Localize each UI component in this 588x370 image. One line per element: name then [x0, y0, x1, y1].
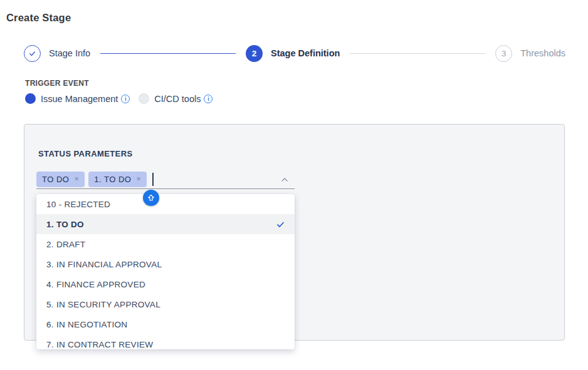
dropdown-option-label: 6. IN NEGOTIATION: [46, 320, 127, 329]
dropdown-option[interactable]: 3. IN FINANCIAL APPROVAL: [36, 254, 295, 274]
radio-option-cicd-tools[interactable]: CI/CD tools i: [139, 93, 213, 104]
dropdown-option-label: 4. FINANCE APPROVED: [46, 280, 145, 289]
dropdown-option[interactable]: 6. IN NEGOTIATION: [36, 314, 295, 334]
status-select-input[interactable]: TO DO × 1. TO DO ×: [36, 170, 295, 189]
step-label: Thresholds: [520, 48, 565, 58]
stepper: Stage Info 2 Stage Definition 3 Threshol…: [24, 44, 565, 62]
dropdown-option-label: 3. IN FINANCIAL APPROVAL: [46, 260, 162, 269]
info-icon[interactable]: i: [121, 95, 130, 103]
info-icon[interactable]: i: [204, 95, 213, 103]
step-stage-info[interactable]: Stage Info: [24, 45, 90, 62]
step-active-circle: 2: [246, 45, 263, 62]
dropdown-option-label: 1. TO DO: [46, 220, 84, 229]
dropdown-option[interactable]: 7. IN CONTRACT REVIEW: [36, 334, 295, 349]
radio-selected-icon: [25, 93, 36, 104]
radio-label: Issue Management: [41, 94, 118, 104]
dropdown-option[interactable]: 10 - REJECTED: [36, 194, 295, 214]
page-title: Create Stage: [6, 12, 71, 24]
check-icon: [276, 220, 285, 229]
dropdown-option[interactable]: 5. IN SECURITY APPROVAL: [36, 294, 295, 314]
check-icon: [28, 49, 37, 58]
trigger-event-radio-group: Issue Management i CI/CD tools i: [25, 93, 213, 104]
selected-tag: 1. TO DO ×: [88, 172, 147, 187]
stepper-connector-done: [100, 53, 236, 54]
dropdown-option-label: 5. IN SECURITY APPROVAL: [46, 300, 160, 309]
radio-option-issue-management[interactable]: Issue Management i: [25, 93, 130, 104]
step-completed-circle: [24, 45, 41, 62]
tag-remove-icon[interactable]: ×: [136, 175, 141, 183]
dropdown-option-label: 10 - REJECTED: [46, 200, 110, 209]
selected-tag: TO DO ×: [36, 172, 85, 187]
status-parameters-label: STATUS PARAMETERS: [38, 149, 133, 158]
dropdown-option-label: 7. IN CONTRACT REVIEW: [46, 340, 153, 349]
pointer-up-badge[interactable]: [143, 190, 159, 206]
step-label: Stage Definition: [271, 48, 340, 58]
arrow-up-icon: [146, 193, 156, 203]
chevron-up-icon[interactable]: [280, 175, 289, 184]
dropdown-option-label: 2. DRAFT: [46, 240, 85, 249]
text-caret: [152, 173, 154, 186]
dropdown-option[interactable]: 4. FINANCE APPROVED: [36, 274, 295, 294]
tag-label: 1. TO DO: [94, 175, 131, 184]
dropdown-option[interactable]: 1. TO DO: [36, 214, 295, 234]
step-upcoming-circle: 3: [495, 45, 512, 62]
step-stage-definition[interactable]: 2 Stage Definition: [246, 45, 340, 62]
stepper-connector-todo: [350, 53, 485, 54]
radio-unselected-icon: [139, 93, 149, 104]
status-dropdown-list: 10 - REJECTED 1. TO DO 2. DRAFT 3. IN FI…: [36, 194, 295, 349]
trigger-event-section: TRIGGER EVENT Issue Management i CI/CD t…: [25, 79, 213, 104]
radio-label: CI/CD tools: [154, 94, 201, 104]
dropdown-option[interactable]: 2. DRAFT: [36, 234, 295, 254]
step-label: Stage Info: [49, 48, 90, 58]
tag-label: TO DO: [42, 175, 69, 184]
tag-remove-icon[interactable]: ×: [74, 175, 79, 183]
trigger-event-label: TRIGGER EVENT: [25, 79, 213, 88]
step-thresholds[interactable]: 3 Thresholds: [495, 45, 565, 62]
